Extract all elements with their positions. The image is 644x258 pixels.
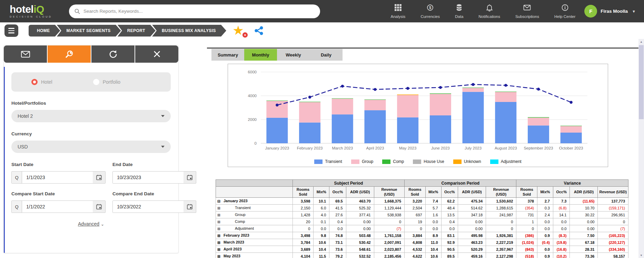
analyze-button[interactable] xyxy=(48,45,91,63)
user-menu[interactable]: F Firas Moolla ▼ xyxy=(584,5,636,18)
chevron-down-icon[interactable]: ▼ xyxy=(632,9,636,13)
hotel-select[interactable]: Hotel 2 xyxy=(11,110,171,122)
expand-icon[interactable]: ⊞ xyxy=(217,220,222,224)
expand-icon[interactable]: ⊞ xyxy=(217,234,222,238)
radio-portfolio[interactable]: Portfolio xyxy=(93,79,120,85)
line-marker xyxy=(341,85,344,87)
refresh-button[interactable] xyxy=(91,45,135,63)
nav-item-currencies[interactable]: $Currencies xyxy=(420,4,440,19)
radio-hotel[interactable]: Hotel xyxy=(31,79,52,85)
cell: 548.61 xyxy=(346,246,374,253)
nav-item-analysis[interactable]: Analysis xyxy=(391,4,406,19)
cell: 11.0 xyxy=(425,239,441,246)
global-search[interactable] xyxy=(69,4,320,18)
nav-item-help-center[interactable]: Help Center xyxy=(554,4,575,19)
legend-item-unknown[interactable]: Unknown xyxy=(453,159,481,164)
remove-favorite-icon[interactable]: ✕ xyxy=(242,32,248,38)
expand-icon[interactable]: ⊞ xyxy=(217,213,222,217)
legend-item-group[interactable]: Group xyxy=(351,159,373,164)
column-header-revenue-usd-[interactable]: Revenue (USD) xyxy=(486,187,516,198)
close-panel-button[interactable] xyxy=(135,45,178,63)
table-row-group: ⊞Group1,4284.027.6377.41538,9386971.613.… xyxy=(216,211,628,218)
column-header-revenue-usd-[interactable]: Revenue (USD) xyxy=(374,187,404,198)
column-header-mix%[interactable]: Mix% xyxy=(537,187,553,198)
line-marker xyxy=(569,101,572,104)
breadcrumb-item-home[interactable]: HOME xyxy=(29,25,60,37)
expand-icon[interactable]: ⊞ xyxy=(217,240,222,245)
legend-item-transient[interactable]: Transient xyxy=(314,159,342,164)
breadcrumb-item-report[interactable]: REPORT xyxy=(118,25,156,37)
column-header-mix%[interactable]: Mix% xyxy=(314,187,329,198)
column-header-adr-usd-[interactable]: ADR (USD) xyxy=(346,187,374,198)
hamburger-menu-button[interactable] xyxy=(4,24,18,37)
column-header-adr-usd-[interactable]: ADR (USD) xyxy=(458,187,486,198)
row-label-header xyxy=(216,187,293,198)
compare-start-date-input[interactable] xyxy=(22,201,93,213)
compare-end-date-input[interactable] xyxy=(113,201,184,213)
tab-weekly[interactable]: Weekly xyxy=(277,49,310,61)
nav-label: Data xyxy=(455,14,463,19)
cell: 0 xyxy=(405,225,426,232)
cell: (354) xyxy=(516,205,537,211)
column-header-revenue-usd-[interactable]: Revenue (USD) xyxy=(598,187,628,198)
calendar-button[interactable] xyxy=(184,201,196,213)
cell: 3,498 xyxy=(293,232,314,239)
column-header-occ%[interactable]: Occ% xyxy=(329,187,346,198)
breadcrumb-item-market-segments[interactable]: MARKET SEGMENTS xyxy=(57,25,121,37)
currency-select[interactable]: USD xyxy=(11,141,171,153)
column-header-rooms-sold[interactable]: Rooms Sold xyxy=(516,187,537,198)
legend-label: Unknown xyxy=(464,159,481,164)
bar-segment-comp xyxy=(266,101,288,101)
column-header-mix%[interactable]: Mix% xyxy=(425,187,441,198)
share-button[interactable] xyxy=(254,25,264,36)
legend-item-comp[interactable]: Comp xyxy=(382,159,404,164)
column-header-rooms-sold[interactable]: Rooms Sold xyxy=(405,187,426,198)
tab-daily[interactable]: Daily xyxy=(310,49,343,61)
calendar-button[interactable] xyxy=(93,172,105,183)
quick-date-button[interactable]: Q xyxy=(12,172,22,183)
favorite-button[interactable]: ★ ✕ xyxy=(232,24,246,38)
end-date-input[interactable] xyxy=(113,172,184,183)
breadcrumb-item-business-mix-analysis[interactable]: BUSINESS MIX ANALYSIS xyxy=(152,25,226,37)
filter-panel: Hotel Portfolio Hotel/Portfolios Hotel 2… xyxy=(3,45,179,253)
advanced-link[interactable]: Advanced xyxy=(78,221,99,227)
column-header-adr-usd-[interactable]: ADR (USD) xyxy=(570,187,598,198)
vertical-scrollbar[interactable]: ▲ ▼ xyxy=(638,39,644,258)
cell: 2.4 xyxy=(537,211,553,218)
scroll-down-arrow[interactable]: ▼ xyxy=(638,252,644,258)
collapse-icon[interactable]: ⊟ xyxy=(217,199,222,204)
cell: 0.4 xyxy=(441,218,458,225)
radio-unselected-icon[interactable] xyxy=(93,79,99,85)
legend-swatch xyxy=(413,159,421,164)
expand-icon[interactable]: ⊞ xyxy=(217,206,222,210)
nav-item-data[interactable]: Data xyxy=(455,4,463,19)
hoteliq-logo[interactable]: hoteliQ DECISION CLOUD xyxy=(10,4,55,18)
radio-selected-icon[interactable] xyxy=(31,79,38,85)
expand-icon[interactable]: ⊞ xyxy=(217,247,222,252)
avatar[interactable]: F xyxy=(584,5,597,18)
column-header-rooms-sold[interactable]: Rooms Sold xyxy=(293,187,314,198)
cell: 0.0 xyxy=(425,225,441,232)
expand-icon[interactable]: ⊞ xyxy=(217,227,222,231)
cell: 0.00 xyxy=(458,218,486,225)
column-header-occ%[interactable]: Occ% xyxy=(553,187,569,198)
search-input[interactable] xyxy=(83,9,315,14)
nav-item-notifications[interactable]: Notifications xyxy=(478,4,500,19)
tab-summary[interactable]: Summary xyxy=(211,49,244,61)
column-header-occ%[interactable]: Occ% xyxy=(441,187,458,198)
start-date-input[interactable] xyxy=(22,172,93,183)
quick-date-button[interactable]: Q xyxy=(12,201,22,213)
cell: 10.4 xyxy=(425,246,441,253)
calendar-button[interactable] xyxy=(184,172,196,183)
nav-item-subscriptions[interactable]: Subscriptions xyxy=(515,4,539,19)
legend-item-adjustment[interactable]: Adjustment xyxy=(490,159,522,164)
scrollbar-thumb[interactable] xyxy=(639,45,644,119)
scroll-up-arrow[interactable]: ▲ xyxy=(638,39,644,44)
tab-monthly[interactable]: Monthly xyxy=(244,49,277,61)
line-marker xyxy=(308,96,311,99)
calendar-button[interactable] xyxy=(93,201,105,213)
bar-segment-group xyxy=(430,94,451,115)
email-report-button[interactable] xyxy=(4,45,47,63)
legend-item-house-use[interactable]: House Use xyxy=(413,159,444,164)
expand-icon[interactable]: ⊞ xyxy=(217,254,222,258)
